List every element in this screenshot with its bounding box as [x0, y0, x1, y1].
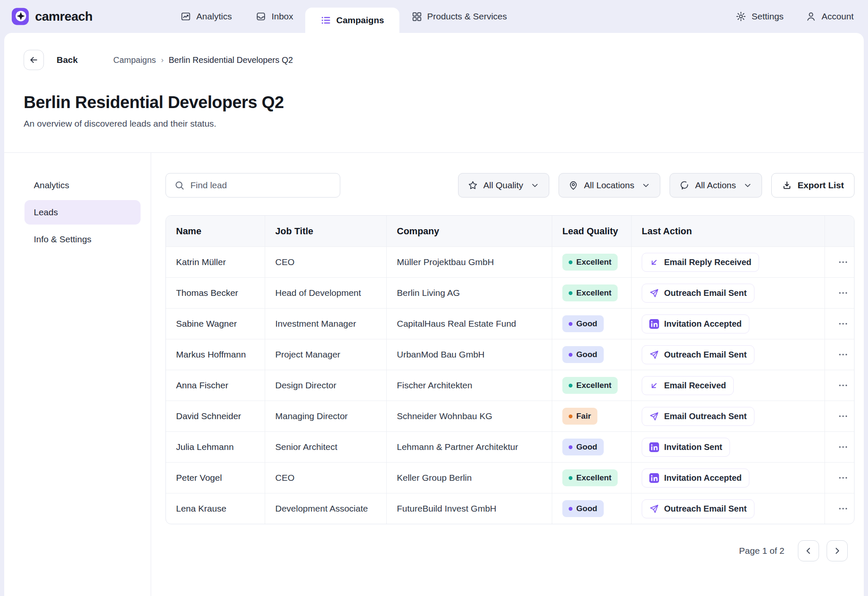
quality-label: Good: [576, 442, 597, 452]
sidebar-item-leads[interactable]: Leads: [24, 200, 141, 225]
quality-dot-icon: [569, 507, 572, 511]
quality-label: Good: [576, 504, 597, 513]
lead-quality-badge: Fair: [562, 408, 597, 425]
brand-name: camreach: [35, 9, 92, 24]
ellipsis-icon: [838, 442, 849, 452]
quality-dot-icon: [569, 322, 572, 326]
previous-page-button[interactable]: [798, 540, 819, 561]
nav-label: Products & Services: [427, 11, 507, 22]
map-pin-icon: [568, 180, 578, 190]
quality-dot-icon: [569, 260, 572, 264]
nav-item-analytics[interactable]: Analytics: [168, 0, 244, 33]
column-header-name: Name: [166, 216, 265, 247]
account-button[interactable]: Account: [806, 11, 854, 22]
search-input[interactable]: [190, 180, 331, 190]
quality-dot-icon: [569, 445, 572, 449]
quality-dot-icon: [569, 414, 572, 418]
sidebar-item-info-settings[interactable]: Info & Settings: [24, 227, 141, 252]
lead-job-title: Development Associate: [265, 493, 386, 524]
row-menu-button[interactable]: [835, 501, 851, 517]
last-action-chip: Outreach Email Sent: [642, 345, 754, 364]
breadcrumb-campaigns-link[interactable]: Campaigns: [113, 55, 156, 65]
quality-label: Excellent: [576, 473, 611, 482]
table-row: Markus Hoffmann Project Manager UrbanMod…: [166, 339, 854, 370]
row-menu-button[interactable]: [835, 254, 851, 270]
quality-dot-icon: [569, 291, 572, 295]
table-row: Sabine Wagner Investment Manager Capital…: [166, 308, 854, 339]
ellipsis-icon: [838, 503, 849, 514]
lead-quality-badge: Good: [562, 315, 604, 332]
sidebar-item-analytics[interactable]: Analytics: [24, 173, 141, 198]
arrow-down-left-icon: [649, 257, 659, 267]
breadcrumb-separator: ›: [161, 56, 163, 65]
row-menu-button[interactable]: [835, 439, 851, 455]
column-header-job-title: Job Title: [265, 216, 386, 247]
back-button[interactable]: [24, 50, 44, 70]
last-action-chip: Invitation Accepted: [642, 469, 749, 488]
leads-panel: All Quality All Locations: [151, 153, 864, 596]
settings-button[interactable]: Settings: [735, 11, 784, 22]
nav-item-campaigns[interactable]: Campaigns: [305, 8, 399, 33]
lead-company: CapitalHaus Real Estate Fund: [386, 309, 552, 339]
ellipsis-icon: [838, 349, 849, 360]
nav-item-products-services[interactable]: Products & Services: [399, 0, 519, 33]
quality-dot-icon: [569, 476, 572, 480]
nav-label: Analytics: [196, 11, 232, 22]
next-page-button[interactable]: [827, 540, 848, 561]
row-menu-button[interactable]: [835, 316, 851, 332]
table-row: David Schneider Managing Director Schnei…: [166, 401, 854, 431]
last-action-chip: Outreach Email Sent: [642, 284, 754, 303]
lead-job-title: CEO: [265, 463, 386, 493]
row-menu-button[interactable]: [835, 347, 851, 363]
lead-company: FutureBuild Invest GmbH: [386, 493, 552, 524]
row-menu-button[interactable]: [835, 470, 851, 486]
last-action-label: Invitation Accepted: [664, 319, 742, 329]
linkedin-icon: [649, 319, 659, 329]
page-title: Berlin Residential Developers Q2: [24, 93, 844, 112]
column-header-last-action: Last Action: [631, 216, 825, 247]
nav-label: Inbox: [271, 11, 293, 22]
locations-filter-dropdown[interactable]: All Locations: [559, 173, 660, 198]
last-action-label: Email Outreach Sent: [664, 412, 747, 421]
lead-company: Schneider Wohnbau KG: [386, 401, 552, 431]
actions-filter-dropdown[interactable]: All Actions: [670, 173, 762, 198]
send-icon: [649, 288, 659, 298]
quality-label: Fair: [576, 412, 591, 421]
quality-label: Good: [576, 319, 597, 328]
lead-search: [165, 173, 340, 198]
lead-company: Keller Group Berlin: [386, 463, 552, 493]
table-row: Anna Fischer Design Director Fischer Arc…: [166, 370, 854, 401]
lead-name: Markus Hoffmann: [166, 339, 265, 370]
breadcrumb: Campaigns › Berlin Residential Developer…: [113, 55, 293, 65]
table-header-row: Name Job Title Company Lead Quality Last…: [166, 216, 854, 247]
quality-label: Good: [576, 350, 597, 359]
primary-nav: Analytics Inbox Campaigns: [168, 0, 519, 33]
quality-label: Excellent: [576, 288, 611, 298]
send-icon: [649, 504, 659, 514]
last-action-chip: Email Reply Received: [642, 253, 759, 272]
lead-name: Peter Vogel: [166, 463, 265, 493]
row-menu-button[interactable]: [835, 408, 851, 424]
table-body: Katrin Müller CEO Müller Projektbau GmbH…: [166, 247, 854, 524]
quality-label: Excellent: [576, 381, 611, 390]
brand-logo[interactable]: camreach: [11, 7, 92, 26]
ellipsis-icon: [838, 257, 849, 268]
ellipsis-icon: [838, 472, 849, 483]
table-row: Katrin Müller CEO Müller Projektbau GmbH…: [166, 247, 854, 277]
table-row: Thomas Becker Head of Development Berlin…: [166, 277, 854, 308]
star-icon: [468, 180, 478, 190]
back-label: Back: [57, 55, 78, 65]
row-menu-button[interactable]: [835, 377, 851, 393]
ellipsis-icon: [838, 380, 849, 391]
download-icon: [782, 180, 792, 190]
megaphone-icon: [679, 180, 689, 190]
nav-item-inbox[interactable]: Inbox: [244, 0, 305, 33]
chevron-down-icon: [641, 181, 651, 190]
campaign-sidebar: Analytics Leads Info & Settings: [4, 153, 151, 596]
lead-job-title: Senior Architect: [265, 432, 386, 462]
export-list-button[interactable]: Export List: [771, 173, 854, 198]
arrow-down-left-icon: [649, 381, 659, 390]
last-action-label: Outreach Email Sent: [664, 504, 747, 514]
quality-filter-dropdown[interactable]: All Quality: [458, 173, 550, 198]
row-menu-button[interactable]: [835, 285, 851, 301]
